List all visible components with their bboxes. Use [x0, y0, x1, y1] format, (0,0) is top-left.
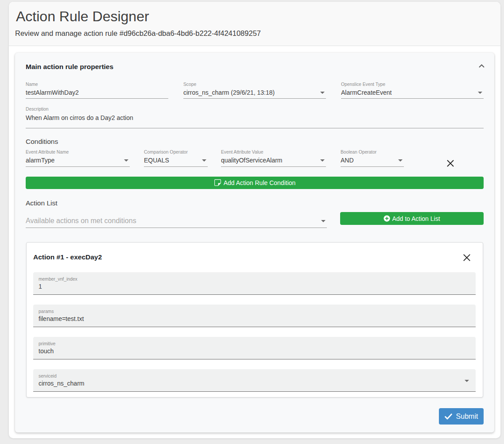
add-to-action-list-label: Add to Action List — [392, 215, 440, 222]
main-card-header: Main action rule properties — [26, 63, 484, 71]
close-icon — [463, 254, 470, 261]
field-description-label: Description — [26, 107, 484, 112]
submit-row: Submit — [26, 408, 484, 425]
member-vnf-index-input[interactable]: 1 — [39, 283, 470, 291]
event-attribute-name-value: alarmType — [26, 157, 54, 165]
page-header: Action Rule Designer Review and manage a… — [9, 2, 500, 46]
event-attribute-value-value: qualityOfServiceAlarm — [221, 157, 283, 165]
close-icon — [447, 159, 454, 167]
params-input[interactable]: filename=test.txt — [39, 315, 470, 323]
page-subtitle: Review and manage action rule #d96cb26a-… — [16, 29, 493, 38]
event-type-select-value: AlarmCreateEvent — [341, 89, 392, 97]
dropdown-arrow-icon — [321, 220, 326, 222]
field-event-type-label: Openslice Event Type — [341, 82, 484, 87]
conditions-heading: Conditions — [26, 138, 484, 146]
event-attribute-name-label: Event Attribute Name — [26, 150, 130, 155]
action-card-title: Action #1 - execDay2 — [33, 253, 102, 262]
action-list-heading: Action List — [26, 199, 484, 208]
field-available-actions: Available actions on met conditions — [26, 212, 327, 228]
dropdown-arrow-icon — [478, 92, 482, 94]
dropdown-arrow-icon — [398, 159, 403, 162]
field-params[interactable]: params filename=test.txt — [33, 305, 476, 327]
field-serviceid[interactable]: serviceid cirros_ns_charm — [33, 369, 476, 392]
main-properties-row: Name testAlarmWithDay2 Scope cirros_ns_c… — [26, 82, 484, 99]
name-input[interactable]: testAlarmWithDay2 — [26, 89, 168, 99]
add-condition-button[interactable]: Add Action Rule Condition — [26, 177, 484, 189]
comparison-operator-select[interactable]: EQUALS — [144, 157, 208, 167]
dropdown-arrow-icon — [202, 159, 206, 162]
available-actions-placeholder: Available actions on met conditions — [26, 216, 136, 225]
page-title: Action Rule Designer — [16, 8, 493, 25]
chevron-up-icon — [479, 64, 485, 68]
main-card-title: Main action rule properties — [26, 63, 113, 71]
field-description: Description When Alarm on cirros do a Da… — [26, 107, 484, 128]
main-rule-card: Main action rule properties Name testAla… — [15, 53, 494, 432]
scope-select-value: cirros_ns_charm (29/6/21, 13:18) — [183, 89, 275, 97]
add-condition-label: Add Action Rule Condition — [224, 179, 296, 186]
boolean-operator-label: Boolean Operator — [341, 150, 404, 155]
primitive-label: primitive — [39, 341, 470, 347]
field-scope-label: Scope — [183, 82, 326, 87]
dropdown-arrow-icon — [320, 92, 325, 94]
dropdown-arrow-icon — [320, 159, 325, 162]
available-actions-select[interactable]: Available actions on met conditions — [26, 216, 327, 228]
event-attribute-value-label: Event Attribute Value — [221, 150, 326, 155]
field-boolean-operator: Boolean Operator AND — [341, 150, 404, 167]
boolean-operator-select[interactable]: AND — [341, 157, 404, 167]
remove-condition-button[interactable] — [445, 158, 456, 169]
comparison-operator-label: Comparison Operator — [144, 150, 208, 155]
submit-button[interactable]: Submit — [439, 408, 484, 425]
serviceid-select[interactable]: cirros_ns_charm — [39, 380, 470, 388]
check-icon — [445, 413, 452, 420]
event-attribute-name-select[interactable]: alarmType — [26, 157, 130, 167]
event-type-select[interactable]: AlarmCreateEvent — [341, 89, 484, 99]
event-attribute-value-select[interactable]: qualityOfServiceAlarm — [221, 157, 326, 167]
params-label: params — [39, 309, 470, 314]
plus-circle-icon — [384, 215, 390, 222]
action-card-header: Action #1 - execDay2 — [33, 253, 476, 263]
collapse-button[interactable] — [476, 62, 487, 70]
field-name-label: Name — [26, 82, 168, 87]
action-card: Action #1 - execDay2 member_vnf_index 1 … — [26, 242, 483, 398]
dropdown-arrow-icon — [124, 159, 128, 162]
condition-row: Event Attribute Name alarmType Compariso… — [26, 150, 484, 169]
field-scope: Scope cirros_ns_charm (29/6/21, 13:18) — [183, 82, 326, 99]
field-member-vnf-index[interactable]: member_vnf_index 1 — [33, 272, 476, 295]
field-comparison-operator: Comparison Operator EQUALS — [144, 150, 208, 167]
action-list-row: Available actions on met conditions Add … — [26, 212, 484, 228]
field-event-attribute-name: Event Attribute Name alarmType — [26, 150, 130, 167]
boolean-operator-value: AND — [341, 157, 354, 165]
comparison-operator-value: EQUALS — [144, 157, 169, 165]
description-input[interactable]: When Alarm on cirros do a Day2 action — [26, 114, 484, 129]
serviceid-label: serviceid — [39, 374, 470, 379]
scope-select[interactable]: cirros_ns_charm (29/6/21, 13:18) — [183, 89, 326, 99]
field-name: Name testAlarmWithDay2 — [26, 82, 168, 99]
remove-action-button[interactable] — [461, 252, 472, 263]
submit-label: Submit — [456, 413, 478, 421]
sticky-note-icon — [214, 179, 221, 186]
add-to-action-list-button[interactable]: Add to Action List — [340, 212, 484, 225]
field-primitive[interactable]: primitive touch — [33, 337, 476, 359]
member-vnf-index-label: member_vnf_index — [39, 277, 470, 282]
field-event-type: Openslice Event Type AlarmCreateEvent — [341, 82, 484, 99]
field-event-attribute-value: Event Attribute Value qualityOfServiceAl… — [221, 150, 326, 167]
primitive-input[interactable]: touch — [39, 347, 470, 355]
dropdown-arrow-icon — [465, 380, 469, 382]
content-container: Action Rule Designer Review and manage a… — [9, 2, 500, 438]
